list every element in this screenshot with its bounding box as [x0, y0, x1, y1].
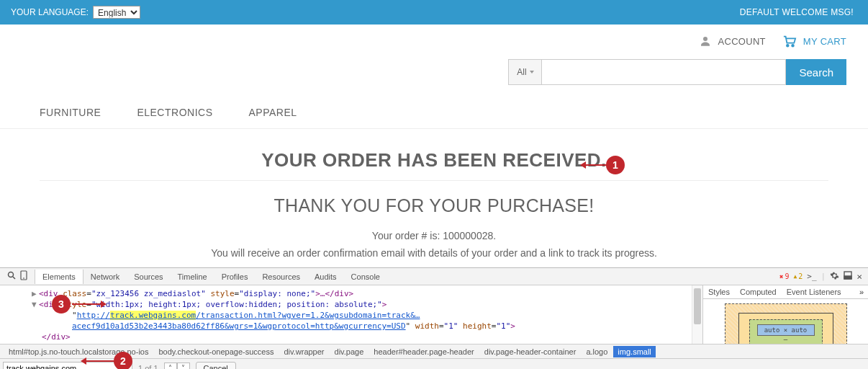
inspect-icon[interactable]	[7, 271, 16, 282]
annotation-badge-1: 1	[606, 156, 625, 174]
side-tab-eventlisteners[interactable]: Event Listeners	[782, 285, 846, 298]
box-model-content: auto × auto	[757, 324, 815, 336]
crumb[interactable]: body.checkout-onepage-success	[154, 346, 278, 357]
search-button[interactable]: Search	[786, 59, 846, 85]
dom-tree[interactable]: ▶<div class="zx_123456 zx_mediaslot" sty…	[0, 285, 702, 344]
account-link[interactable]: ACCOUNT	[699, 35, 765, 48]
crumb[interactable]: div.page	[330, 346, 369, 357]
account-label: ACCOUNT	[718, 36, 765, 47]
order-received-heading: YOUR ORDER HAS BEEN RECEIVED.	[40, 136, 828, 181]
find-prev-button[interactable]: ˄	[164, 363, 177, 370]
side-tab-styles[interactable]: Styles	[703, 285, 735, 298]
find-cancel-button[interactable]: Cancel	[196, 362, 236, 370]
crumb[interactable]: header#header.page-header	[369, 346, 478, 357]
welcome-message: DEFAULT WELCOME MSG!	[740, 7, 854, 17]
thank-you-heading: THANK YOU FOR YOUR PURCHASE!	[40, 181, 828, 227]
find-input[interactable]	[3, 362, 132, 370]
user-icon	[699, 35, 712, 48]
nav-item-furniture[interactable]: FURNITURE	[40, 99, 101, 128]
your-language-label: YOUR LANGUAGE:	[11, 7, 89, 17]
cart-link[interactable]: MY CART	[782, 35, 846, 48]
search-all-label: All	[517, 67, 526, 77]
annotation-arrow-2	[85, 360, 115, 362]
svg-point-3	[9, 272, 14, 277]
error-count-badge[interactable]: 9	[779, 272, 789, 280]
tab-elements[interactable]: Elements	[35, 270, 83, 284]
svg-rect-8	[844, 276, 851, 279]
tab-timeline[interactable]: Timeline	[171, 270, 214, 284]
crumb[interactable]: a.logo	[582, 346, 612, 357]
find-count: 1 of 1	[138, 364, 158, 370]
devtools-tabs: Elements Network Sources Timeline Profil…	[35, 270, 387, 284]
crumb[interactable]: div.page-header-container	[480, 346, 581, 357]
annotation-arrow-3	[72, 303, 102, 305]
search-category-dropdown[interactable]: All	[508, 59, 541, 85]
svg-point-2	[792, 45, 794, 47]
cart-label: MY CART	[803, 36, 846, 47]
header-row: ACCOUNT MY CART	[0, 25, 868, 53]
devtools-panel: Elements Network Sources Timeline Profil…	[0, 267, 868, 369]
nav-item-apparel[interactable]: APPAREL	[248, 99, 297, 128]
tab-sources[interactable]: Sources	[127, 270, 170, 284]
warning-count-badge[interactable]: 2	[793, 272, 803, 280]
dock-icon[interactable]	[844, 271, 852, 282]
crumb-selected[interactable]: img.small	[613, 346, 655, 357]
console-prompt-icon[interactable]: >_	[807, 272, 816, 281]
svg-point-1	[787, 45, 789, 47]
svg-point-0	[703, 37, 707, 41]
language-select[interactable]: English	[93, 6, 140, 19]
search-row: All Search	[0, 53, 868, 99]
crumb[interactable]: div.wrapper	[279, 346, 328, 357]
svg-line-4	[13, 277, 15, 279]
close-devtools-icon[interactable]: ×	[856, 271, 862, 282]
tab-audits[interactable]: Audits	[307, 270, 344, 284]
tab-console[interactable]: Console	[344, 270, 387, 284]
annotation-arrow-1	[584, 164, 607, 166]
tab-profiles[interactable]: Profiles	[214, 270, 256, 284]
main-nav: FURNITURE ELECTRONICS APPAREL	[0, 99, 868, 129]
order-info-text: You will receive an order confirmation e…	[40, 244, 828, 262]
tab-network[interactable]: Network	[83, 270, 127, 284]
annotation-badge-2: 2	[114, 352, 132, 369]
tab-resources[interactable]: Resources	[255, 270, 307, 284]
device-icon[interactable]	[20, 270, 27, 283]
order-number-text: Your order # is: 100000028.	[40, 227, 828, 244]
nav-item-electronics[interactable]: ELECTRONICS	[137, 99, 212, 128]
cart-icon	[782, 35, 797, 48]
annotation-badge-3: 3	[52, 295, 71, 314]
side-tab-computed[interactable]: Computed	[735, 285, 782, 298]
devtools-tabbar: Elements Network Sources Timeline Profil…	[0, 268, 868, 285]
highlighted-tracking-host: track.webgains.com	[110, 311, 196, 320]
page-content: YOUR ORDER HAS BEEN RECEIVED. THANK YOU …	[0, 129, 868, 262]
search-input[interactable]	[541, 59, 786, 85]
find-next-button[interactable]: ˅	[177, 363, 190, 370]
side-tab-more-icon[interactable]: »	[855, 288, 868, 296]
devtools-side-panel: Styles Computed Event Listeners » auto ×…	[702, 285, 868, 344]
settings-icon[interactable]	[830, 271, 839, 283]
top-bar: YOUR LANGUAGE: English DEFAULT WELCOME M…	[0, 0, 868, 25]
dom-scrollbar[interactable]	[692, 285, 702, 344]
language-block: YOUR LANGUAGE: English	[11, 6, 140, 19]
